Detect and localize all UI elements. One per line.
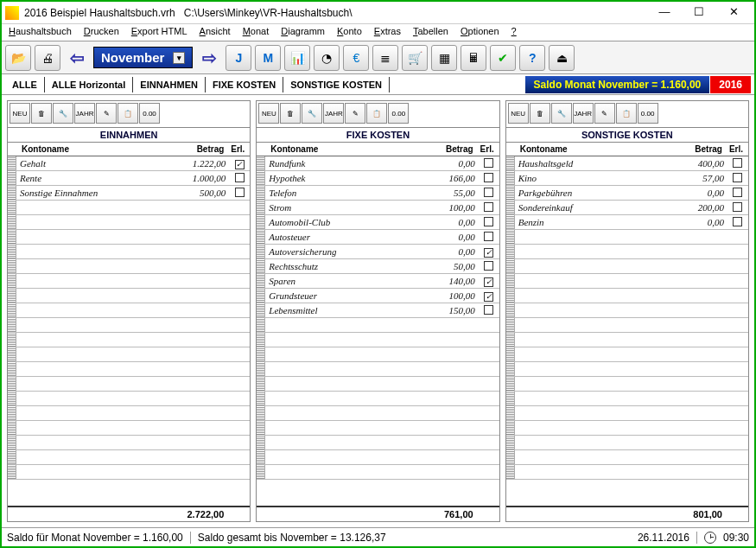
cell-erl[interactable]: ✓ [479,290,499,302]
tab-alle[interactable]: ALLE [5,77,45,92]
mini-✎[interactable]: ✎ [594,103,615,124]
table-row[interactable]: Telefon55,00 [257,186,499,201]
mini-🗑[interactable]: 🗑 [530,103,550,124]
tab-sonstige-kosten[interactable]: SONSTIGE KOSTEN [283,77,390,92]
mini-📋[interactable]: 📋 [366,103,387,124]
table-row[interactable]: Grundsteuer100,00✓ [257,289,499,303]
cell-erl[interactable] [479,305,499,316]
list-icon[interactable]: ≣ [372,45,398,71]
cell-erl[interactable] [727,217,748,228]
table-row[interactable]: Parkgebühren0,00 [506,186,748,201]
menu-drucken[interactable]: Drucken [84,26,119,39]
maximize-button[interactable]: ☐ [682,3,716,23]
table-row[interactable]: Kino57,00 [506,171,748,186]
cell-erl[interactable] [479,158,499,169]
grid-icon[interactable]: ▦ [431,45,457,71]
printer-icon[interactable]: 🖨 [35,45,60,71]
table-row[interactable]: Sondereinkauf200,00 [506,201,748,215]
mini-neu[interactable]: NEU [508,103,529,124]
minimize-button[interactable]: — [647,3,682,23]
cell-erl[interactable] [727,202,748,213]
mini-jahr[interactable]: JAHR [573,103,594,124]
chevron-down-icon[interactable]: ▾ [173,52,185,64]
table-row[interactable]: Automobil-Club0,00 [257,215,499,230]
table-row [506,436,748,450]
table-row[interactable]: Strom100,00 [257,201,499,215]
cell-erl[interactable] [479,217,499,228]
table-row[interactable]: Hypothek166,00 [257,171,499,186]
table-row[interactable]: Lebensmittel150,00 [257,303,499,318]
mini-🔧[interactable]: 🔧 [302,103,322,124]
table-row[interactable]: Sparen140,00✓ [257,274,499,289]
table-row[interactable]: Sonstige Einnahmen500,00 [8,186,250,201]
mini-🗑[interactable]: 🗑 [280,103,301,124]
cell-erl[interactable] [479,173,499,184]
mini-📋[interactable]: 📋 [616,103,637,124]
tab-fixe-kosten[interactable]: FIXE KOSTEN [206,77,283,92]
cell-erl[interactable]: ✓ [229,158,250,169]
close-button[interactable]: ✕ [716,3,751,23]
cell-erl[interactable] [727,158,748,169]
letter-m-icon[interactable]: M [255,45,281,71]
menu-tabellen[interactable]: Tabellen [413,26,448,39]
tab-alle-horizontal[interactable]: ALLE Horizontal [45,77,134,92]
table-row[interactable]: Rundfunk0,00 [257,156,499,171]
back-arrow-icon[interactable]: ⇦ [64,46,90,70]
mini-📋[interactable]: 📋 [118,103,138,124]
menu-export-html[interactable]: Export HTML [131,26,187,39]
check-icon[interactable]: ✔ [490,45,516,71]
menu-?[interactable]: ? [511,26,517,39]
panel-total: 761,00 [257,506,499,521]
mini-🔧[interactable]: 🔧 [53,103,73,124]
table-row[interactable]: Autosteuer0,00 [257,230,499,245]
euro-icon[interactable]: € [343,45,369,71]
help-icon[interactable]: ? [519,45,545,71]
mini-jahr[interactable]: JAHR [74,103,95,124]
mini-🗑[interactable]: 🗑 [31,103,52,124]
menu-monat[interactable]: Monat [243,26,270,39]
menu-ansicht[interactable]: Ansicht [200,26,231,39]
menu-konto[interactable]: Konto [337,26,362,39]
mini-🔧[interactable]: 🔧 [551,103,572,124]
cell-erl[interactable] [229,173,250,184]
menu-extras[interactable]: Extras [374,26,401,39]
mini-0.00[interactable]: 0.00 [638,103,658,124]
folder-icon[interactable]: 📂 [5,45,31,71]
mini-✎[interactable]: ✎ [96,103,117,124]
statusbar: Saldo für Monat November = 1.160,00 Sald… [2,527,754,546]
menu-diagramm[interactable]: Diagramm [281,26,325,39]
menu-haushaltsbuch[interactable]: Haushaltsbuch [9,26,72,39]
mini-✎[interactable]: ✎ [345,103,365,124]
table-row[interactable]: Haushaltsgeld400,00 [506,156,748,171]
table-row[interactable]: Rente1.000,00 [8,171,250,186]
cell-erl[interactable] [479,202,499,213]
cell-erl[interactable] [727,173,748,184]
forward-arrow-icon[interactable]: ⇨ [196,46,222,70]
cell-erl[interactable] [229,188,250,199]
cell-erl[interactable] [479,261,499,272]
letter-j-icon[interactable]: J [226,45,251,71]
tab-einnahmen[interactable]: EINNAHMEN [133,77,206,92]
window-title: 2016 Beispiel Haushaltsbuch.vrh C:\Users… [24,7,353,19]
mini-0.00[interactable]: 0.00 [139,103,160,124]
table-row[interactable]: Rechtsschutz50,00 [257,259,499,274]
cart-icon[interactable]: 🛒 [402,45,428,71]
cell-erl[interactable]: ✓ [479,276,499,287]
mini-0.00[interactable]: 0.00 [388,103,409,124]
cell-erl[interactable] [727,188,748,199]
mini-jahr[interactable]: JAHR [323,103,344,124]
cell-erl[interactable]: ✓ [479,246,499,258]
calc-icon[interactable]: 🖩 [461,45,486,71]
month-dropdown[interactable]: November▾ [93,47,193,68]
mini-neu[interactable]: NEU [258,103,279,124]
exit-icon[interactable]: ⏏ [549,45,575,71]
menu-optionen[interactable]: Optionen [461,26,499,39]
table-row[interactable]: Benzin0,00 [506,215,748,230]
chart-icon[interactable]: 📊 [284,45,310,71]
table-row[interactable]: Autoversicherung0,00✓ [257,245,499,259]
mini-neu[interactable]: NEU [10,103,30,124]
pie-icon[interactable]: ◔ [314,45,340,71]
table-row[interactable]: Gehalt1.222,00✓ [8,156,250,171]
cell-erl[interactable] [479,232,499,243]
cell-erl[interactable] [479,188,499,199]
